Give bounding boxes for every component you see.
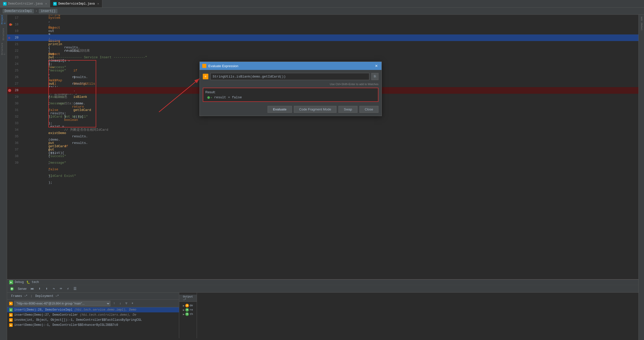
tab-output[interactable]: Output →* xyxy=(181,295,195,302)
dialog-title-text: Evaluate Expression xyxy=(208,64,238,68)
breadcrumb-method[interactable]: insert() xyxy=(39,9,57,13)
frame-item-3[interactable]: ◉ insertDemo(Demo):-1, DemoController$$E… xyxy=(7,323,179,328)
line-num-28: 28 xyxy=(7,89,21,92)
debug-resume-btn[interactable] xyxy=(9,286,15,292)
line-num-17: 17 xyxy=(7,16,21,20)
dialog-hint: Use Ctrl+Shift+Enter to add to Watches xyxy=(203,83,378,86)
output-label-1: re xyxy=(190,308,193,311)
tab-deployment[interactable]: Deployment →* xyxy=(33,294,61,298)
frame-item-2[interactable]: ◉ invoke(int, Object, Object[]):-1, Demo… xyxy=(7,317,179,323)
line-num-27: 27 xyxy=(7,82,21,86)
dialog-expr-input[interactable] xyxy=(210,73,369,80)
isblank-28: isBlank xyxy=(73,95,87,99)
frame-list: ◉ insert(Demo):28, DemoServiceImpl (hbi.… xyxy=(7,307,179,338)
frames-tabs: Frames →* | Deployment →* xyxy=(7,293,179,300)
code-editor: 17 18 ⊙ public Map < String , xyxy=(7,15,638,279)
result-dot xyxy=(207,96,210,99)
tab-close-2[interactable]: ✕ xyxy=(97,2,99,5)
tab-frames[interactable]: Frames →* xyxy=(9,294,30,298)
output-line-1: ▶ ● re xyxy=(183,308,193,312)
thread-selector: ▶ "http-nio-8080-exec-40"@19,664 in grou… xyxy=(7,300,179,307)
debug-content: Frames →* | Deployment →* ▶ "http-nio-80… xyxy=(7,293,638,338)
dialog-copy-btn[interactable]: ⎘ xyxy=(371,73,378,80)
output-controls: ▶ ● de ▶ ● re ▶ ● th xyxy=(182,303,194,317)
dialog-close-x-btn[interactable]: ✕ xyxy=(374,63,379,68)
tab-demoserviceimpl[interactable]: C DemoServiceImpl.java ✕ xyxy=(50,0,102,7)
frame-icon-3: ◉ xyxy=(9,323,13,327)
line-num-38: 38 xyxy=(7,155,21,158)
output-label-2: th xyxy=(190,313,193,316)
frame-item-0[interactable]: ◉ insert(Demo):28, DemoServiceImpl (hbi.… xyxy=(7,307,179,312)
code-fragment-button[interactable]: Code Fragment Mode xyxy=(294,106,336,113)
line-num-35: 35 xyxy=(7,135,21,138)
result-icon: ✦ xyxy=(207,96,212,99)
debug-right-spacer xyxy=(197,293,638,338)
tab-close-1[interactable]: ✕ xyxy=(45,2,47,5)
line-num-24: 24 xyxy=(7,62,21,66)
tab-label-1: DemoController.java xyxy=(8,2,43,6)
debug-force-btn[interactable]: ⚡ xyxy=(65,286,71,292)
tab-icon-2: C xyxy=(53,2,57,6)
dialog-result-label: Result: xyxy=(205,90,376,94)
result-leaf: ✦ xyxy=(211,96,212,99)
left-sidebar: 1: Project Structure 7: Structure xyxy=(0,15,7,340)
debug-step-into-btn[interactable]: ⬇ xyxy=(37,286,42,292)
line-num-32: 32 xyxy=(7,115,21,119)
lparen-28: (demo. xyxy=(73,102,85,105)
red-border-28: if ( StringUtils . isBlank (demo. getIdC… xyxy=(48,60,96,127)
output-line-2: ▶ ● th xyxy=(183,312,193,316)
frames-panel: Frames →* | Deployment →* ▶ "http-nio-80… xyxy=(7,293,179,338)
expand-2: ▶ xyxy=(183,313,185,316)
frame-icon-0: ◉ xyxy=(9,308,13,312)
debug-run-cursor-btn[interactable]: ↷ xyxy=(51,286,56,292)
code-content-39: results. put ( "message" , "IdCard Exist… xyxy=(26,133,638,193)
frame-text-3: insertDemo(Demo):-1, DemoController$$Enh… xyxy=(14,323,118,327)
debug-icon: ▶ xyxy=(9,280,13,284)
sidebar-structure-icon[interactable]: Structure xyxy=(1,31,6,37)
thread-filter-btn[interactable]: ▽ xyxy=(124,301,129,306)
thread-dropdown[interactable]: "http-nio-8080-exec-40"@19,664 in group … xyxy=(14,301,110,306)
frame-text-1: insertDemo(Demo):27, DemoController (hbi… xyxy=(14,313,136,317)
frame-item-1[interactable]: ◉ insertDemo(Demo):27, DemoController (h… xyxy=(7,312,179,317)
frame-sub-0: (hbi.tech.service.demo.impl), Demo xyxy=(74,308,136,312)
debug-label-bar: ▶ Debug 🐛 tech xyxy=(7,280,638,285)
thread-down-btn[interactable]: ↓ xyxy=(118,301,123,306)
sidebar-project-icon[interactable]: 1: Project xyxy=(1,17,6,22)
right-label-jrebel[interactable]: JRebel xyxy=(640,22,643,30)
thread-add-btn[interactable]: + xyxy=(130,301,135,306)
line-num-36: 36 xyxy=(7,141,21,145)
breadcrumb-class[interactable]: DemoServiceImpl xyxy=(3,9,34,13)
frame-icon-2: ◉ xyxy=(9,318,13,322)
debug-step-out-btn[interactable]: ⬆ xyxy=(44,286,49,292)
getidcard-28: getIdCard xyxy=(73,108,91,112)
sidebar-structure2-icon[interactable]: 7: Structure xyxy=(1,46,6,52)
line-num-33: 33 xyxy=(7,122,21,125)
breadcrumb-separator: › xyxy=(35,9,37,13)
frame-icon-1: ◉ xyxy=(9,313,13,317)
line-num-34: 34 xyxy=(7,128,21,132)
code-editor-area: 17 18 ⊙ public Map < String , xyxy=(7,15,638,340)
frame-sub-1: (hbi.tech.controllers.demo), De xyxy=(80,313,136,317)
debug-more-btn[interactable]: ☰ xyxy=(72,286,78,292)
debug-evaluate-btn[interactable]: ⌨ xyxy=(58,286,64,292)
output-icon-0: ● xyxy=(185,304,189,307)
put-39: put xyxy=(48,148,54,152)
debug-server-label: Server xyxy=(16,286,28,292)
tab-icon-1: C xyxy=(3,2,7,6)
indent-39: results. xyxy=(48,141,88,145)
line-num-37: 37 xyxy=(7,148,21,152)
main-layout: 1: Project Structure 7: Structure 17 18 xyxy=(0,15,644,340)
tab-bar: C DemoController.java ✕ C DemoServiceImp… xyxy=(0,0,644,8)
right-label-web[interactable]: Web xyxy=(640,17,643,21)
evaluate-button[interactable]: Evaluate xyxy=(268,106,292,113)
thread-up-btn[interactable]: ↑ xyxy=(112,301,116,306)
thread-icon: ▶ xyxy=(9,302,13,305)
tab-sep1: | xyxy=(31,295,32,298)
tab-democontroller[interactable]: C DemoController.java ✕ xyxy=(0,0,50,7)
line-num-26: 26 xyxy=(7,75,21,79)
debug-step-over-btn[interactable]: ⏭ xyxy=(30,286,35,292)
close-button[interactable]: Close xyxy=(359,106,378,113)
output-tab-bar: Output →* xyxy=(179,295,197,302)
frame-text-2: invoke(int, Object, Object[]):-1, DemoCo… xyxy=(14,318,142,322)
swap-button[interactable]: Swap xyxy=(338,106,357,113)
